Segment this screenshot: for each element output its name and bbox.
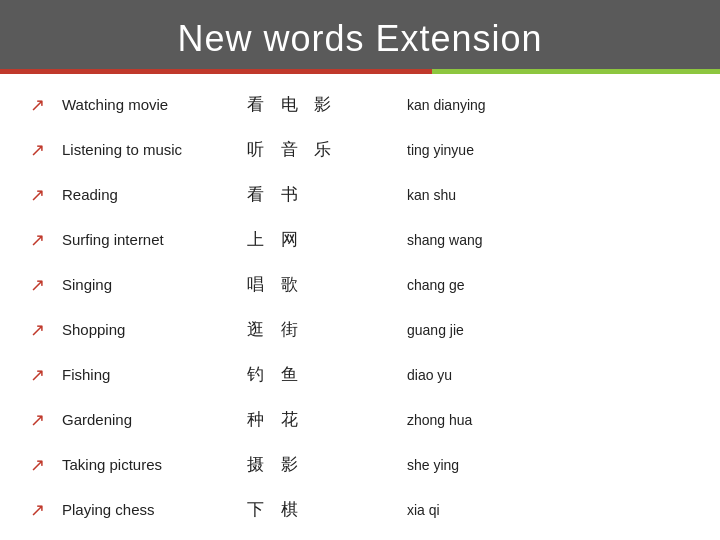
chinese-label: 摄 影 <box>237 453 397 476</box>
english-label: Reading <box>62 186 237 203</box>
chinese-label: 逛 街 <box>237 318 397 341</box>
table-row: ↗ Listening to music 听 音 乐 ting yinyue <box>30 138 690 161</box>
english-label: Shopping <box>62 321 237 338</box>
arrow-icon: ↗ <box>30 319 52 341</box>
english-label: Taking pictures <box>62 456 237 473</box>
arrow-icon: ↗ <box>30 274 52 296</box>
english-label: Listening to music <box>62 141 237 158</box>
pinyin-label: kan shu <box>397 187 690 203</box>
pinyin-label: she ying <box>397 457 690 473</box>
page: New words Extension ↗ Watching movie 看 电… <box>0 0 720 540</box>
chinese-label: 唱 歌 <box>237 273 397 296</box>
page-title: New words Extension <box>177 18 542 60</box>
table-row: ↗ Singing 唱 歌 chang ge <box>30 273 690 296</box>
table-row: ↗ Watching movie 看 电 影 kan dianying <box>30 93 690 116</box>
arrow-icon: ↗ <box>30 499 52 521</box>
chinese-label: 听 音 乐 <box>237 138 397 161</box>
arrow-icon: ↗ <box>30 409 52 431</box>
table-row: ↗ Reading 看 书 kan shu <box>30 183 690 206</box>
english-label: Gardening <box>62 411 237 428</box>
pinyin-label: shang wang <box>397 232 690 248</box>
arrow-icon: ↗ <box>30 139 52 161</box>
pinyin-label: diao yu <box>397 367 690 383</box>
chinese-label: 钓 鱼 <box>237 363 397 386</box>
table-row: ↗ Fishing 钓 鱼 diao yu <box>30 363 690 386</box>
chinese-label: 看 电 影 <box>237 93 397 116</box>
header: New words Extension <box>0 0 720 74</box>
chinese-label: 看 书 <box>237 183 397 206</box>
pinyin-label: kan dianying <box>397 97 690 113</box>
table-row: ↗ Shopping 逛 街 guang jie <box>30 318 690 341</box>
english-label: Singing <box>62 276 237 293</box>
pinyin-label: guang jie <box>397 322 690 338</box>
pinyin-label: xia qi <box>397 502 690 518</box>
table-row: ↗ Taking pictures 摄 影 she ying <box>30 453 690 476</box>
table-row: ↗ Gardening 种 花 zhong hua <box>30 408 690 431</box>
chinese-label: 上 网 <box>237 228 397 251</box>
arrow-icon: ↗ <box>30 184 52 206</box>
arrow-icon: ↗ <box>30 229 52 251</box>
table-row: ↗ Playing chess 下 棋 xia qi <box>30 498 690 521</box>
vocab-list: ↗ Watching movie 看 电 影 kan dianying ↗ Li… <box>0 74 720 540</box>
english-label: Surfing internet <box>62 231 237 248</box>
arrow-icon: ↗ <box>30 454 52 476</box>
english-label: Playing chess <box>62 501 237 518</box>
table-row: ↗ Surfing internet 上 网 shang wang <box>30 228 690 251</box>
pinyin-label: chang ge <box>397 277 690 293</box>
english-label: Fishing <box>62 366 237 383</box>
arrow-icon: ↗ <box>30 94 52 116</box>
pinyin-label: zhong hua <box>397 412 690 428</box>
chinese-label: 种 花 <box>237 408 397 431</box>
english-label: Watching movie <box>62 96 237 113</box>
chinese-label: 下 棋 <box>237 498 397 521</box>
pinyin-label: ting yinyue <box>397 142 690 158</box>
arrow-icon: ↗ <box>30 364 52 386</box>
